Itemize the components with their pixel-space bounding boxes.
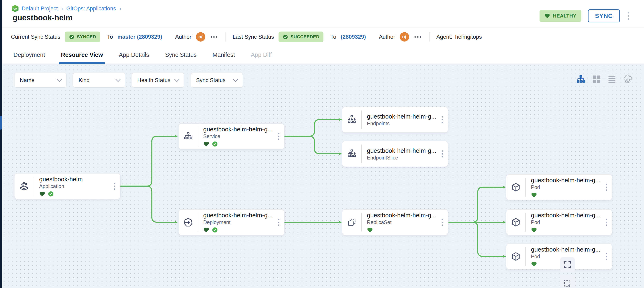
current-more-icon[interactable] (210, 35, 218, 39)
tab-deployment[interactable]: Deployment (13, 46, 46, 64)
edge-service-to-endpointslice (284, 136, 340, 154)
cloud-view-icon[interactable] (623, 75, 632, 84)
node-title: guestbook-helm-helm-g... (531, 177, 600, 184)
healthy-heart-icon (203, 227, 209, 233)
fit-selection-button[interactable] (560, 276, 575, 288)
grid-view-icon[interactable] (592, 75, 601, 84)
current-to-label: To (107, 34, 113, 40)
heart-icon (544, 13, 550, 19)
synced-check-icon (48, 191, 54, 197)
edge-app-to-service (120, 136, 176, 186)
last-more-icon[interactable] (414, 35, 422, 39)
fullscreen-button[interactable] (560, 257, 575, 272)
filter-bar: Name Kind Health Status Sync Status (14, 73, 243, 88)
edge-app-to-deployment (120, 186, 176, 222)
page-title: guestbook-helm (13, 13, 72, 22)
node-application[interactable]: guestbook-helm Application (14, 173, 120, 199)
current-author-avatar: o( (196, 32, 205, 41)
view-mode-toggles (576, 75, 632, 84)
succeeded-badge: SUCCEEDED (278, 31, 324, 42)
tab-bar: Deployment Resource View App Details Syn… (2, 46, 644, 64)
edge-replicaset-to-pod1 (449, 187, 504, 222)
edge-service-to-endpoints (284, 120, 340, 136)
node-menu-kebab-icon[interactable] (436, 116, 448, 123)
node-title: guestbook-helm-helm-g... (531, 246, 600, 253)
filter-kind-dropdown[interactable]: Kind (73, 73, 125, 88)
left-sidebar-rail[interactable] (0, 0, 2, 288)
synced-check-icon (212, 227, 218, 233)
filter-name-dropdown[interactable]: Name (14, 73, 66, 88)
node-menu-kebab-icon[interactable] (600, 219, 612, 226)
node-endpointslice[interactable]: guestbook-helm-helm-g... EndpointSlice (342, 141, 448, 167)
filter-health-status-dropdown[interactable]: Health Status (132, 73, 184, 88)
sync-button[interactable]: SYNC (588, 9, 620, 22)
pod-icon (506, 252, 526, 262)
synced-badge: SYNCED (65, 31, 100, 42)
node-title: guestbook-helm-helm-g... (531, 212, 600, 219)
node-kind: Deployment (203, 219, 273, 225)
node-deployment[interactable]: guestbook-helm-helm-g... Deployment (178, 209, 284, 235)
list-view-icon[interactable] (608, 75, 616, 84)
node-replicaset[interactable]: guestbook-helm-helm-g... ReplicaSet (342, 209, 448, 235)
replicaset-icon (342, 218, 362, 227)
filter-kind-label: Kind (78, 77, 90, 84)
node-kind: EndpointSlice (367, 155, 436, 161)
node-menu-kebab-icon[interactable] (273, 133, 284, 140)
succeeded-badge-label: SUCCEEDED (290, 34, 320, 39)
last-revision-link[interactable]: (2809329) (341, 34, 366, 40)
healthy-heart-icon (531, 261, 537, 267)
agent-label: Agent: (436, 34, 452, 40)
node-endpoints[interactable]: guestbook-helm-helm-g... Endpoints (342, 107, 448, 133)
node-pod-3[interactable]: guestbook-helm-helm-g... Pod (506, 244, 612, 270)
filter-sync-status-label: Sync Status (196, 77, 226, 84)
filter-health-status-label: Health Status (137, 77, 170, 84)
node-pod-1[interactable]: guestbook-helm-helm-g... Pod (506, 174, 612, 200)
breadcrumb-separator: › (60, 5, 64, 12)
node-title: guestbook-helm-helm-g... (203, 212, 273, 219)
node-menu-kebab-icon[interactable] (600, 253, 612, 260)
breadcrumb: ∞ Default Project › GitOps: Applications… (12, 5, 122, 12)
breadcrumb-section-link[interactable]: GitOps: Applications (66, 5, 116, 12)
edge-replicaset-to-pod3 (449, 222, 504, 257)
breadcrumb-separator: › (119, 5, 122, 12)
healthy-heart-icon (39, 191, 45, 197)
tree-view-icon[interactable] (576, 75, 585, 84)
check-circle-icon (69, 34, 74, 40)
app-menu-kebab-icon[interactable] (626, 10, 630, 21)
node-menu-kebab-icon[interactable] (436, 219, 448, 226)
current-revision-link[interactable]: master (2809329) (117, 34, 162, 40)
tab-manifest[interactable]: Manifest (212, 46, 236, 64)
breadcrumb-project-link[interactable]: Default Project (22, 5, 58, 12)
node-pod-2[interactable]: guestbook-helm-helm-g... Pod (506, 209, 612, 235)
service-icon (178, 132, 198, 141)
divider (226, 32, 226, 41)
sidebar-active-indicator (0, 116, 2, 130)
tab-sync-status[interactable]: Sync Status (165, 46, 197, 64)
node-title: guestbook-helm-helm-g... (367, 212, 436, 219)
chevron-down-icon (174, 77, 179, 82)
app-root: ∞ Default Project › GitOps: Applications… (0, 0, 644, 288)
node-menu-kebab-icon[interactable] (273, 219, 284, 226)
fit-selection-icon (564, 280, 571, 288)
healthy-heart-icon (203, 141, 209, 147)
divider (429, 32, 430, 41)
chevron-down-icon (116, 77, 120, 82)
endpointslice-icon (342, 149, 362, 159)
status-bar: Current Sync Status SYNCED To master (28… (2, 27, 644, 46)
node-kind: Pod (531, 184, 600, 190)
codefresh-logo-icon: ∞ (12, 5, 19, 12)
pod-icon (506, 218, 526, 227)
fullscreen-icon (564, 261, 571, 269)
tab-app-details[interactable]: App Details (118, 46, 150, 64)
node-menu-kebab-icon[interactable] (109, 183, 120, 190)
healthy-heart-icon (531, 192, 537, 198)
node-service[interactable]: guestbook-helm-helm-g... Service (178, 124, 284, 149)
node-kind: Pod (531, 219, 600, 225)
current-sync-status-label: Current Sync Status (11, 34, 60, 40)
agent-value: helmgitops (455, 34, 482, 40)
node-menu-kebab-icon[interactable] (600, 184, 612, 191)
node-menu-kebab-icon[interactable] (436, 150, 448, 157)
filter-sync-status-dropdown[interactable]: Sync Status (190, 73, 243, 88)
filter-name-label: Name (20, 77, 34, 84)
tab-resource-view[interactable]: Resource View (60, 46, 104, 64)
